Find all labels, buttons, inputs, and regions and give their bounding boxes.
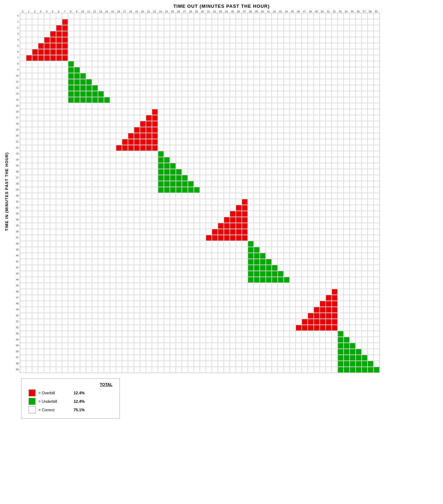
grid-cell xyxy=(38,13,44,19)
grid-cell xyxy=(194,169,200,175)
grid-cell xyxy=(350,55,356,61)
grid-cell xyxy=(122,271,128,277)
grid-cell xyxy=(212,361,218,367)
grid-cell xyxy=(140,223,146,229)
grid-cell xyxy=(56,235,62,241)
grid-cell xyxy=(326,337,332,343)
grid-cell xyxy=(182,115,188,121)
grid-cell xyxy=(278,13,284,19)
grid-cell xyxy=(98,79,104,85)
grid-cell xyxy=(182,205,188,211)
grid-cell xyxy=(362,115,368,121)
grid-cell xyxy=(194,343,200,349)
grid-cell xyxy=(20,223,26,229)
grid-cell xyxy=(320,211,326,217)
grid-cell xyxy=(308,19,314,25)
grid-cell xyxy=(56,31,62,37)
grid-cell xyxy=(260,253,266,259)
grid-cell xyxy=(158,277,164,283)
grid-cell xyxy=(356,31,362,37)
grid-cell xyxy=(320,13,326,19)
grid-cell xyxy=(266,325,272,331)
grid-cell xyxy=(254,127,260,133)
grid-cell xyxy=(374,31,380,37)
grid-cell xyxy=(320,139,326,145)
grid-cell xyxy=(74,61,80,67)
grid-cell xyxy=(50,337,56,343)
grid-cell xyxy=(284,241,290,247)
grid-cell xyxy=(44,73,50,79)
grid-cell xyxy=(356,187,362,193)
grid-cell xyxy=(110,175,116,181)
grid-cell xyxy=(266,49,272,55)
grid-cell xyxy=(356,109,362,115)
grid-cell xyxy=(200,223,206,229)
grid-cell xyxy=(98,235,104,241)
grid-cell xyxy=(146,163,152,169)
grid-cell xyxy=(290,91,296,97)
grid-cell xyxy=(20,265,26,271)
grid-cell xyxy=(230,271,236,277)
grid-cell xyxy=(296,277,302,283)
grid-cell xyxy=(230,73,236,79)
grid-cell xyxy=(50,205,56,211)
grid-cell xyxy=(104,301,110,307)
grid-cell xyxy=(38,277,44,283)
grid-cell xyxy=(98,85,104,91)
grid-cell xyxy=(128,265,134,271)
grid-cell xyxy=(56,301,62,307)
grid-cell xyxy=(122,277,128,283)
grid-cell xyxy=(128,13,134,19)
grid-cell xyxy=(266,151,272,157)
grid-cell xyxy=(140,115,146,121)
grid-cell xyxy=(50,31,56,37)
grid-cell xyxy=(140,43,146,49)
grid-cell xyxy=(332,31,338,37)
grid-cell xyxy=(92,121,98,127)
grid-cell xyxy=(116,13,122,19)
grid-cell xyxy=(140,103,146,109)
grid-cell xyxy=(56,43,62,49)
grid-cell xyxy=(266,289,272,295)
grid-cell xyxy=(272,151,278,157)
grid-cell xyxy=(200,325,206,331)
grid-cell xyxy=(284,187,290,193)
grid-cell xyxy=(152,169,158,175)
grid-cell xyxy=(218,55,224,61)
grid-cell xyxy=(218,61,224,67)
grid-cell xyxy=(284,295,290,301)
grid-cell xyxy=(296,31,302,37)
grid-cell xyxy=(254,103,260,109)
grid-cell xyxy=(134,85,140,91)
grid-cell xyxy=(260,19,266,25)
grid-cell xyxy=(332,25,338,31)
grid-cell xyxy=(272,175,278,181)
grid-cell xyxy=(44,307,50,313)
grid-cell xyxy=(248,259,254,265)
grid-cell xyxy=(326,313,332,319)
grid-cell xyxy=(86,271,92,277)
grid-cell xyxy=(128,205,134,211)
grid-cell xyxy=(224,343,230,349)
legend-row: = Correct75.1% xyxy=(29,406,112,413)
grid-cell xyxy=(218,109,224,115)
grid-cell xyxy=(368,199,374,205)
grid-cell xyxy=(92,337,98,343)
grid-cell xyxy=(74,319,80,325)
grid-cell xyxy=(104,289,110,295)
grid-cell xyxy=(104,361,110,367)
grid-cell xyxy=(350,313,356,319)
grid-cell xyxy=(38,139,44,145)
grid-cell xyxy=(260,121,266,127)
grid-cell xyxy=(374,121,380,127)
grid-cell xyxy=(44,31,50,37)
grid-cell xyxy=(110,61,116,67)
grid-cell xyxy=(308,319,314,325)
grid-cell xyxy=(254,43,260,49)
grid-cell xyxy=(134,31,140,37)
grid-cell xyxy=(374,313,380,319)
grid-cell xyxy=(158,169,164,175)
grid-cell xyxy=(260,223,266,229)
grid-cell xyxy=(344,361,350,367)
grid-cell xyxy=(332,205,338,211)
